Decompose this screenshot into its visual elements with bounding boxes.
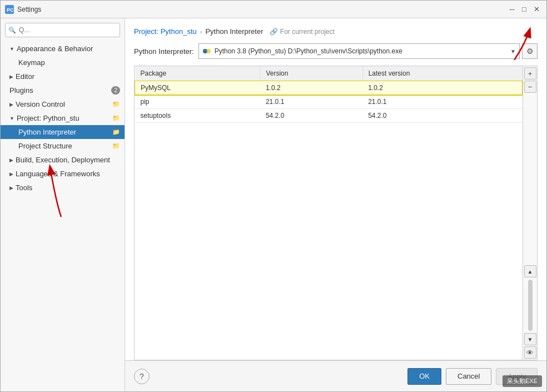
sidebar-item-build-execution[interactable]: ▶ Build, Execution, Deployment xyxy=(1,153,125,167)
bottom-bar: ? OK Cancel Apply xyxy=(125,360,546,391)
cell-latest: 54.2.0 xyxy=(362,109,522,123)
packages-table-element: Package Version Latest version PyMySQL1.… xyxy=(135,66,523,123)
table-actions-sidebar: + − ▲ ▼ 👁 xyxy=(523,66,537,360)
search-input[interactable] xyxy=(5,23,120,37)
window-title: Settings xyxy=(17,6,506,13)
col-version: Version xyxy=(260,66,362,81)
plugins-badge: 2 xyxy=(111,86,120,95)
sidebar-item-label: Languages & Frameworks xyxy=(16,170,100,178)
cell-package: setuptools xyxy=(135,109,260,123)
folder-icon: 📁 xyxy=(112,142,120,150)
sidebar-item-keymap[interactable]: Keymap xyxy=(1,56,125,70)
content-area: 🔍 ▼ Appearance & Behavior Keymap ▶ Edito… xyxy=(1,18,546,391)
packages-tbody: PyMySQL1.0.21.0.2pip21.0.121.0.1setuptoo… xyxy=(135,81,523,123)
close-button[interactable]: ✕ xyxy=(531,4,542,15)
main-content: Project: Python_stu › Python Interpreter… xyxy=(125,18,546,360)
breadcrumb-project[interactable]: Project: Python_stu xyxy=(134,27,197,36)
col-latest-version: Latest version xyxy=(362,66,522,81)
table-row[interactable]: setuptools54.2.054.2.0 xyxy=(135,109,523,123)
cell-version: 1.0.2 xyxy=(260,81,362,95)
expand-arrow-icon: ▼ xyxy=(9,116,14,121)
link-icon: 🔗 xyxy=(270,28,278,36)
sidebar-item-languages[interactable]: ▶ Languages & Frameworks xyxy=(1,167,125,181)
expand-arrow-icon: ▶ xyxy=(9,74,13,80)
title-bar-buttons: ─ □ ✕ xyxy=(506,4,542,15)
sidebar: 🔍 ▼ Appearance & Behavior Keymap ▶ Edito… xyxy=(1,18,125,391)
sidebar-item-label: Project: Python_stu xyxy=(17,114,79,122)
remove-package-button[interactable]: − xyxy=(524,81,536,93)
main-wrapper: Project: Python_stu › Python Interpreter… xyxy=(125,18,546,391)
interpreter-select-dropdown[interactable]: Python 3.8 (Python_stu) D:\Python_stu\ve… xyxy=(198,43,520,59)
sidebar-item-project[interactable]: ▼ Project: Python_stu 📁 xyxy=(1,111,125,125)
folder-icon: 📁 xyxy=(112,128,120,136)
cell-latest: 21.0.1 xyxy=(362,95,522,109)
sidebar-item-label: Editor xyxy=(16,72,34,81)
sidebar-item-editor[interactable]: ▶ Editor xyxy=(1,70,125,83)
sidebar-item-label: Python Interpreter xyxy=(18,128,76,136)
sidebar-item-label: Appearance & Behavior xyxy=(17,44,93,53)
breadcrumb-for-current: 🔗 For current project xyxy=(270,28,334,36)
expand-arrow-icon: ▶ xyxy=(9,185,13,191)
interpreter-value: Python 3.8 (Python_stu) D:\Python_stu\ve… xyxy=(215,47,508,55)
table-row[interactable]: PyMySQL1.0.21.0.2 xyxy=(135,81,523,95)
minimize-button[interactable]: ─ xyxy=(506,4,518,15)
settings-window: PC Settings ─ □ ✕ 🔍 ▼ Appearance & Behav… xyxy=(0,0,547,392)
cell-version: 54.2.0 xyxy=(260,109,362,123)
svg-text:PC: PC xyxy=(7,7,13,13)
breadcrumb: Project: Python_stu › Python Interpreter… xyxy=(134,27,538,36)
scroll-up-button[interactable]: ▲ xyxy=(524,265,536,277)
folder-icon: 📁 xyxy=(112,115,120,122)
col-package: Package xyxy=(135,66,260,81)
expand-arrow-icon: ▼ xyxy=(9,46,14,52)
title-bar: PC Settings ─ □ ✕ xyxy=(1,1,546,18)
sidebar-item-version-control[interactable]: ▶ Version Control 📁 xyxy=(1,97,125,111)
sidebar-item-python-interpreter[interactable]: Python Interpreter 📁 xyxy=(1,125,125,139)
sidebar-item-plugins[interactable]: Plugins 2 xyxy=(1,83,125,97)
cancel-button[interactable]: Cancel xyxy=(446,368,491,385)
interpreter-label: Python Interpreter: xyxy=(134,47,194,56)
interpreter-row: Python Interpreter: Python 3.8 (Python_s… xyxy=(134,43,538,59)
breadcrumb-separator: › xyxy=(200,28,202,35)
expand-arrow-icon: ▶ xyxy=(9,102,13,107)
folder-icon: 📁 xyxy=(112,101,120,108)
app-icon: PC xyxy=(5,5,14,14)
sidebar-item-label: Keymap xyxy=(18,58,45,67)
sidebar-item-label: Plugins xyxy=(9,86,33,95)
maximize-button[interactable]: □ xyxy=(519,4,530,15)
apply-button[interactable]: Apply xyxy=(496,368,538,385)
help-button[interactable]: ? xyxy=(134,369,150,384)
cell-package: pip xyxy=(135,95,260,109)
svg-point-4 xyxy=(203,49,207,53)
table-row[interactable]: pip21.0.121.0.1 xyxy=(135,95,523,109)
cell-version: 21.0.1 xyxy=(260,95,362,109)
sidebar-item-project-structure[interactable]: Project Structure 📁 xyxy=(1,139,125,153)
breadcrumb-current: Python Interpreter xyxy=(205,27,263,36)
cell-latest: 1.0.2 xyxy=(362,81,522,95)
expand-arrow-icon: ▶ xyxy=(9,171,13,177)
python-icon xyxy=(202,47,211,56)
red-arrow-gear xyxy=(492,27,536,60)
ok-button[interactable]: OK xyxy=(407,368,441,385)
nav-items: ▼ Appearance & Behavior Keymap ▶ Editor … xyxy=(1,42,125,391)
eye-button[interactable]: 👁 xyxy=(524,346,536,359)
sidebar-item-label: Version Control xyxy=(16,100,65,108)
for-current-label[interactable]: For current project xyxy=(280,28,335,36)
packages-table[interactable]: Package Version Latest version PyMySQL1.… xyxy=(135,66,523,360)
sidebar-item-tools[interactable]: ▶ Tools xyxy=(1,181,125,195)
search-icon: 🔍 xyxy=(8,27,16,34)
add-package-button[interactable]: + xyxy=(524,67,536,80)
table-header-row: Package Version Latest version xyxy=(135,66,523,81)
search-box: 🔍 xyxy=(5,23,120,37)
scroll-down-button[interactable]: ▼ xyxy=(524,333,536,345)
sidebar-item-appearance[interactable]: ▼ Appearance & Behavior xyxy=(1,42,125,56)
cell-package: PyMySQL xyxy=(135,81,260,95)
sidebar-item-label: Build, Execution, Deployment xyxy=(16,156,110,164)
expand-arrow-icon: ▶ xyxy=(9,157,13,163)
sidebar-item-label: Tools xyxy=(16,183,32,192)
packages-table-wrap: Package Version Latest version PyMySQL1.… xyxy=(134,66,538,360)
sidebar-item-label: Project Structure xyxy=(18,142,72,150)
